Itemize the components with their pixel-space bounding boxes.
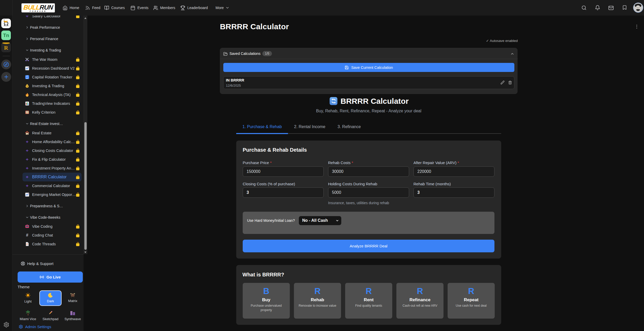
svg-text:$: $ bbox=[27, 85, 28, 87]
